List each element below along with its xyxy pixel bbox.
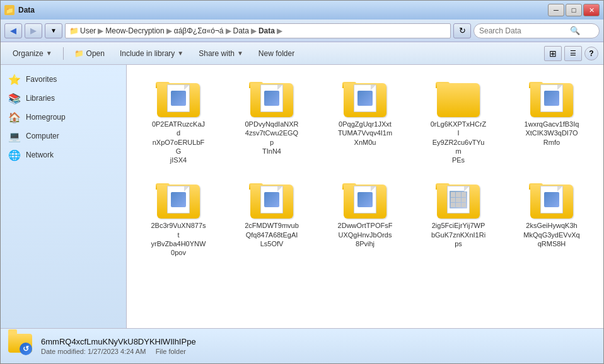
- folder-label: 0rLg6KXPTxHCrZIEy9ZR2cu6vTYumPEs: [430, 120, 487, 164]
- include-in-library-button[interactable]: Include in library ▼: [113, 45, 190, 62]
- list-item[interactable]: 2Bc3r9VuXN877styrBvZba4H0YNW0pov: [134, 174, 223, 261]
- title-bar: 📁 Data ─ □ ✕: [1, 1, 603, 20]
- address-bar: ◀ ▶ ▼ 📁 User ▶ Meow-Decryption ▶ αáβΦ¿Σα…: [1, 20, 603, 42]
- close-button[interactable]: ✕: [583, 4, 600, 16]
- window-title: Data: [18, 6, 35, 14]
- folder-label: 2ig5FciEjrYij7WPbGuK7znKXnI1Rips: [431, 221, 485, 248]
- breadcrumb-alpha[interactable]: αáβΦ¿Σα«ó¬á: [174, 26, 224, 35]
- list-item[interactable]: 1wxrqGacv1fB3IqXtCIK3W3qDI7ORmfo: [508, 72, 596, 169]
- computer-icon: 💻: [8, 130, 21, 142]
- title-bar-left: 📁 Data: [4, 5, 35, 15]
- folder-icon: [249, 77, 294, 117]
- folder-icon: [436, 178, 481, 219]
- view-details-button[interactable]: ☰: [564, 46, 582, 61]
- open-icon: 📁: [74, 49, 84, 58]
- help-button[interactable]: ?: [584, 47, 598, 60]
- search-box[interactable]: 🔍: [473, 23, 600, 38]
- breadcrumb-meow[interactable]: Meow-Decryption: [105, 26, 164, 35]
- folder-label: 1wxrqGacv1fB3IqXtCIK3W3qDI7ORmfo: [525, 120, 579, 147]
- sidebar-item-network[interactable]: 🌐 Network: [1, 145, 126, 164]
- status-folder-icon: ↺: [8, 334, 33, 359]
- folder-icon: [529, 77, 574, 117]
- breadcrumb-data2[interactable]: Data: [258, 26, 275, 35]
- organize-button[interactable]: Organize ▼: [6, 45, 59, 62]
- share-dropdown-arrow: ▼: [237, 50, 243, 57]
- breadcrumb-data1[interactable]: Data: [233, 26, 249, 35]
- folder-label: 2DwwOrtTPOFsFUXQgHnvJbOrds8Pvihj: [338, 221, 393, 248]
- breadcrumb[interactable]: 📁 User ▶ Meow-Decryption ▶ αáβΦ¿Σα«ó¬á ▶…: [65, 23, 451, 38]
- file-type: File folder: [156, 348, 186, 355]
- folder-icon: [436, 77, 481, 117]
- maximize-button[interactable]: □: [566, 4, 582, 16]
- sidebar-network-label: Network: [26, 151, 54, 159]
- date-modified-value: 1/27/2023 4:24 AM: [88, 348, 146, 355]
- folder-label: 2Bc3r9VuXN877styrBvZba4H0YNW0pov: [150, 221, 207, 257]
- status-bar: ↺ 6mmRQ4xcfLmuKNyVkU8DYKHlWIlhIPpe Date …: [1, 328, 603, 363]
- title-bar-controls: ─ □ ✕: [548, 4, 600, 16]
- view-options-button[interactable]: ⊞: [544, 46, 562, 61]
- network-icon: 🌐: [8, 149, 21, 161]
- open-button[interactable]: 📁 Open: [67, 45, 112, 62]
- folder-icon: [156, 77, 201, 117]
- search-icon: 🔍: [570, 26, 580, 35]
- folder-icon: [342, 178, 388, 219]
- include-dropdown-arrow: ▼: [177, 50, 183, 57]
- folder-label: 0PqgZgUqr1JXxtTUMA7Vvqv4I1mXnM0u: [338, 120, 392, 147]
- breadcrumb-user[interactable]: User: [80, 26, 96, 35]
- folder-label: 2ksGeiHywqK3hMkQqG3ydEVvXqqRMS8H: [523, 221, 579, 248]
- sidebar-homegroup-label: Homegroup: [26, 113, 66, 122]
- sidebar-item-favorites[interactable]: ⭐ Favorites: [1, 70, 126, 89]
- toolbar-divider-1: [63, 47, 64, 60]
- list-item[interactable]: 0PqgZgUqr1JXxtTUMA7Vvqv4I1mXnM0u: [321, 72, 409, 169]
- file-grid: 0P2EATRuzcKaJdnXpO7oERULbFGjISX4 0PDvyNq…: [127, 65, 603, 270]
- sidebar-item-homegroup[interactable]: 🏠 Homegroup: [1, 108, 126, 127]
- homegroup-icon: 🏠: [8, 111, 21, 123]
- status-metadata: Date modified: 1/27/2023 4:24 AM File fo…: [41, 348, 196, 355]
- search-input[interactable]: [479, 26, 567, 35]
- folder-icon: [342, 77, 388, 117]
- sidebar-computer-label: Computer: [26, 132, 59, 140]
- breadcrumb-folder-icon: 📁: [69, 26, 79, 35]
- date-modified-label: Date modified:: [41, 348, 86, 355]
- status-text-area: 6mmRQ4xcfLmuKNyVkU8DYKHlWIlhIPpe Date mo…: [41, 337, 196, 355]
- sidebar-libraries-label: Libraries: [26, 94, 55, 103]
- list-item[interactable]: 2ksGeiHywqK3hMkQqG3ydEVvXqqRMS8H: [508, 174, 596, 261]
- toolbar-right: ⊞ ☰ ?: [544, 46, 598, 61]
- organize-dropdown-arrow: ▼: [46, 50, 52, 57]
- minimize-button[interactable]: ─: [548, 4, 564, 16]
- sidebar-favorites-label: Favorites: [26, 75, 57, 84]
- list-item[interactable]: 0PDvyNqdIaNXR4zsv7tCwu2EGQpTInN4: [228, 72, 316, 169]
- list-item[interactable]: 0rLg6KXPTxHCrZIEy9ZR2cu6vTYumPEs: [414, 72, 502, 169]
- folder-icon: [156, 178, 201, 219]
- folder-label: 0PDvyNqdIaNXR4zsv7tCwu2EGQpTInN4: [243, 120, 300, 156]
- window-icon: 📁: [4, 5, 15, 15]
- folder-icon: [529, 178, 574, 219]
- new-folder-button[interactable]: New folder: [252, 45, 301, 62]
- folder-label: 2cFMDWT9mvubQfq847A68tEgAILs5OfV: [245, 221, 299, 248]
- toolbar: Organize ▼ 📁 Open Include in library ▼ S…: [1, 42, 603, 65]
- status-filename: 6mmRQ4xcfLmuKNyVkU8DYKHlWIlhIPpe: [41, 337, 196, 346]
- libraries-icon: 📚: [8, 92, 21, 105]
- share-with-button[interactable]: Share with ▼: [192, 45, 250, 62]
- list-item[interactable]: 2cFMDWT9mvubQfq847A68tEgAILs5OfV: [228, 174, 316, 261]
- forward-button[interactable]: ▶: [25, 23, 42, 38]
- list-item[interactable]: 2DwwOrtTPOFsFUXQgHnvJbOrds8Pvihj: [321, 174, 409, 261]
- folder-icon: [249, 178, 294, 219]
- refresh-button[interactable]: ↻: [453, 23, 471, 38]
- list-item[interactable]: 0P2EATRuzcKaJdnXpO7oERULbFGjISX4: [134, 72, 223, 169]
- file-area: 0P2EATRuzcKaJdnXpO7oERULbFGjISX4 0PDvyNq…: [127, 65, 603, 328]
- sidebar-item-computer[interactable]: 💻 Computer: [1, 127, 126, 145]
- main-content: ⭐ Favorites 📚 Libraries 🏠 Homegroup 💻 Co…: [1, 65, 603, 328]
- folder-label: 0P2EATRuzcKaJdnXpO7oERULbFGjISX4: [150, 120, 207, 164]
- favorites-icon: ⭐: [8, 73, 21, 86]
- sidebar-item-libraries[interactable]: 📚 Libraries: [1, 89, 126, 108]
- explorer-window: 📁 Data ─ □ ✕ ◀ ▶ ▼ 📁 User ▶ Meow-Decrypt…: [0, 0, 604, 364]
- sidebar: ⭐ Favorites 📚 Libraries 🏠 Homegroup 💻 Co…: [1, 65, 127, 328]
- dropdown-button[interactable]: ▼: [45, 23, 62, 38]
- back-button[interactable]: ◀: [4, 23, 22, 38]
- list-item[interactable]: 2ig5FciEjrYij7WPbGuK7znKXnI1Rips: [414, 174, 502, 261]
